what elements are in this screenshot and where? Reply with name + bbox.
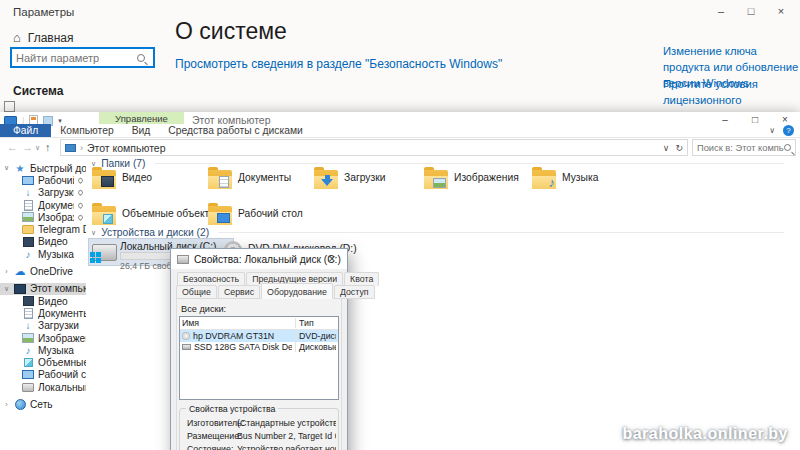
breadcrumb[interactable]: Этот компьютер <box>87 142 166 154</box>
sidebar-item-label: Видео <box>38 296 68 307</box>
videos-icon <box>22 296 34 307</box>
chevron-down-icon[interactable]: ∨ <box>3 164 10 172</box>
sidebar-item-this-pc[interactable]: ∨ Этот компьютер <box>0 283 86 295</box>
sidebar-item-music[interactable]: Музыка <box>0 344 86 356</box>
device-row-ssd[interactable]: SSD 128G SATA Disk Device Дисковые... <box>180 342 338 354</box>
tab-security[interactable]: Безопасность <box>177 272 245 286</box>
picture-icon <box>433 178 446 188</box>
tab-hardware[interactable]: Оборудование <box>261 283 333 299</box>
watermark: baraholka.onliner.by <box>622 425 788 443</box>
sidebar-item-downloads[interactable]: Загрузки <box>0 320 86 332</box>
column-header-type[interactable]: Тип <box>295 318 336 328</box>
hard-disk-icon <box>182 344 191 350</box>
settings-section-header: Система <box>13 84 64 98</box>
sidebar-item-telegram[interactable]: Telegram Desktop <box>0 223 86 235</box>
chevron-down-icon[interactable]: ∨ <box>3 285 10 293</box>
up-arrow-icon[interactable]: ↑ <box>45 141 51 153</box>
this-pc-icon <box>14 283 26 294</box>
device-type: DVD-диск... <box>295 331 336 341</box>
explorer-window: | ▾ Управление Этот компьютер – □ × Файл… <box>0 112 800 450</box>
documents-icon <box>22 308 34 319</box>
downloads-icon <box>22 320 34 331</box>
sidebar-item-label: Локальный диск (C:) <box>38 382 86 393</box>
tab-computer[interactable]: Компьютер <box>51 124 122 137</box>
chevron-right-icon[interactable]: › <box>3 401 10 408</box>
sidebar-item-label: OneDrive <box>30 266 73 277</box>
tab-sharing[interactable]: Доступ <box>334 285 375 299</box>
sidebar-item-downloads[interactable]: Загрузки <box>0 187 86 199</box>
tab-file[interactable]: Файл <box>0 124 51 137</box>
tab-tools[interactable]: Сервис <box>218 285 260 299</box>
tab-view[interactable]: Вид <box>123 124 160 137</box>
tab-quota[interactable]: Квота <box>344 272 379 286</box>
folder-tile-pictures[interactable]: Изображения <box>424 168 536 189</box>
pictures-icon <box>22 212 34 223</box>
sidebar-item-label: Сеть <box>30 399 53 410</box>
folder-tile-videos[interactable]: Видео <box>92 168 204 189</box>
tab-general[interactable]: Общие <box>176 285 217 299</box>
properties-dialog: Свойства: Локальный диск (C:) × Безопасн… <box>170 248 348 450</box>
monitor-icon <box>217 213 230 223</box>
sidebar-item-music[interactable]: Музыка <box>0 248 86 260</box>
sidebar-item-videos[interactable]: Видео <box>0 295 86 307</box>
music-icon <box>22 345 34 356</box>
security-windows-link[interactable]: Просмотреть сведения в разделе "Безопасн… <box>175 56 505 73</box>
sidebar-item-label: Рабочий стол <box>38 175 74 186</box>
sidebar-item-label: Быстрый доступ <box>30 163 86 174</box>
folder-tile-desktop[interactable]: Рабочий стол <box>208 204 320 225</box>
field-label: Состояние: <box>187 444 237 450</box>
close-button[interactable]: × <box>766 2 796 20</box>
device-row-dvdram[interactable]: hp DVDRAM GT31N DVD-диск... <box>180 330 338 342</box>
back-arrow-icon[interactable]: ← <box>7 141 18 153</box>
pin-icon <box>77 189 84 196</box>
tab-disk-tools[interactable]: Средства работы с дисками <box>159 124 312 137</box>
settings-search-input[interactable] <box>12 52 137 64</box>
navigation-pane: ∨ Быстрый доступ Рабочий стол Загрузки Д <box>0 156 86 450</box>
folder-tile-music[interactable]: ♪ Музыка <box>532 168 644 189</box>
refresh-icon[interactable]: ↻ <box>675 143 683 153</box>
settings-home-item[interactable]: ⌂ Главная <box>13 30 74 45</box>
status-field: Состояние: Устройство работает нормально… <box>187 444 336 450</box>
settings-window-title: Параметры <box>13 6 74 18</box>
tile-label: Рабочий стол <box>238 204 303 225</box>
folder-tile-documents[interactable]: Документы <box>208 168 320 189</box>
field-label: Размещение: <box>187 431 237 441</box>
forward-arrow-icon[interactable]: → <box>22 141 33 153</box>
folder-tile-3d-objects[interactable]: Объемные объекты <box>92 204 204 225</box>
sidebar-item-network[interactable]: › Сеть <box>0 398 86 410</box>
sidebar-item-documents[interactable]: Документы <box>0 307 86 319</box>
film-icon <box>101 176 114 187</box>
chevron-right-icon[interactable]: › <box>3 268 10 275</box>
explorer-search-input[interactable] <box>697 143 784 153</box>
desktop-folder-icon <box>208 206 232 225</box>
sidebar-item-onedrive[interactable]: › OneDrive <box>0 265 86 277</box>
folder-tile-downloads[interactable]: Загрузки <box>314 168 426 189</box>
close-button[interactable]: × <box>317 249 347 269</box>
minimize-button[interactable]: – <box>706 2 736 20</box>
maximize-button[interactable]: □ <box>736 2 766 20</box>
sidebar-item-local-disk-c[interactable]: Локальный диск (C:) <box>0 381 86 393</box>
music-note-icon: ♪ <box>549 175 556 190</box>
tile-label: Видео <box>122 168 152 189</box>
manage-contextual-header[interactable]: Управление <box>99 112 184 124</box>
devices-group-header[interactable]: ∨ Устройства и диски (2) <box>91 227 784 238</box>
address-dropdown-icon[interactable]: ∨ <box>663 143 670 153</box>
sidebar-item-desktop[interactable]: Рабочий стол <box>0 369 86 381</box>
field-value: Bus Number 2, Target Id 0, LUN 0 <box>237 431 336 441</box>
sidebar-item-videos[interactable]: Видео <box>0 236 86 248</box>
sidebar-item-quick-access[interactable]: ∨ Быстрый доступ <box>0 162 86 174</box>
videos-folder-icon <box>92 170 116 189</box>
sidebar-item-pictures[interactable]: Изображения <box>0 211 86 223</box>
help-icon[interactable]: ? <box>783 125 794 136</box>
ribbon-collapse-icon[interactable]: ∨ <box>769 126 775 135</box>
column-header-name[interactable]: Имя <box>182 318 292 328</box>
address-bar[interactable]: › Этот компьютер ∨ ↻ <box>60 139 688 156</box>
sidebar-item-documents[interactable]: Документы <box>0 199 86 211</box>
sidebar-item-3d-objects[interactable]: Объемные объекты <box>0 356 86 368</box>
recent-locations-icon[interactable]: ∨ <box>35 144 40 152</box>
sidebar-item-desktop[interactable]: Рабочий стол <box>0 174 86 186</box>
chevron-down-icon[interactable]: ∨ <box>91 229 96 237</box>
sidebar-item-pictures[interactable]: Изображения <box>0 332 86 344</box>
all-disks-label: Все диски: <box>181 304 226 314</box>
desktop-icon <box>22 369 34 380</box>
